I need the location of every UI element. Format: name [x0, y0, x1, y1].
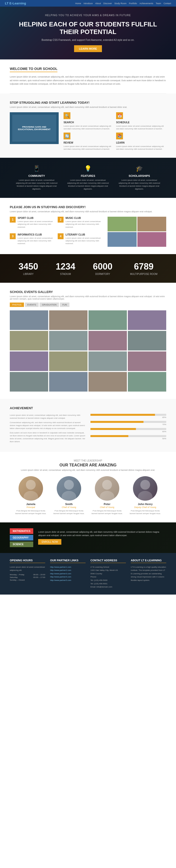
- feature-title: FEATURES: [66, 175, 110, 177]
- footer-hours-title: Opening Hours: [10, 559, 45, 563]
- learning-item-text: Lorem ipsum dolor sit amet consectetuer …: [64, 145, 114, 150]
- nav-link-about[interactable]: About: [95, 2, 101, 5]
- team-subtitle: MEET THE LEADERSHIP: [10, 459, 166, 462]
- gallery-item-3[interactable]: [89, 310, 127, 330]
- feature-text: Lorem ipsum dolor sit amet, consectetuer…: [15, 179, 59, 190]
- nav-link-introduce[interactable]: Introduce: [83, 2, 93, 5]
- nav-link-home[interactable]: Home: [75, 2, 81, 5]
- gallery-item-2[interactable]: [49, 310, 87, 330]
- team-grid: Jamela Principal Post Alingna feli felic…: [10, 476, 166, 515]
- club-text: Lorem ipsum dolor sit amet consectetuer …: [66, 220, 103, 228]
- svg-point-7: [138, 491, 152, 501]
- filter-button-graduation[interactable]: Graduation: [40, 303, 59, 307]
- stat-label: Dormitory: [93, 273, 112, 275]
- hero-heading: HELPING EACH OF OUR STUDENTS FULFILL THE…: [19, 21, 157, 36]
- svg-point-5: [100, 491, 114, 501]
- gallery-item-1[interactable]: [10, 310, 48, 330]
- club-text: Lorem ipsum dolor sit amet consectetuer …: [17, 237, 55, 245]
- nav-link-team[interactable]: Team: [156, 2, 161, 5]
- nav-link-study room[interactable]: Study Room: [114, 2, 127, 5]
- feature-icon: 📱: [15, 165, 59, 172]
- gallery-section: SCHOOL EVENTS GALLERY Lorem ipsum dolor …: [0, 283, 176, 399]
- gallery-item-7[interactable]: [89, 331, 127, 350]
- club-title: LITERARY CLUB: [66, 233, 103, 236]
- gallery-item-row2-1[interactable]: [10, 351, 48, 371]
- learning-item-text: Lorem ipsum dolor sit amet consectetuer …: [64, 125, 114, 130]
- book-geography: GEOGRAPHY: [10, 535, 33, 540]
- gallery-item-row2-4[interactable]: [128, 351, 166, 371]
- hero-description: Bootstrap CSS Framework, and support Fon…: [41, 39, 135, 41]
- nav-logo[interactable]: LT E-Learning: [5, 1, 26, 5]
- bar-pct: 60%: [162, 430, 166, 433]
- enroll-button[interactable]: ENROLL NOW: [38, 539, 61, 545]
- filter-button-fun[interactable]: Fun: [60, 303, 69, 307]
- contact-line: Email: info@domain.com: [91, 585, 126, 589]
- stat-label: Multipurpose Room: [130, 273, 157, 275]
- learning-item-icon: 🔄: [64, 132, 70, 140]
- nav-link-achievements[interactable]: Achievements: [139, 2, 153, 5]
- gallery-item-row2-6[interactable]: [49, 372, 87, 392]
- feature-item-scholarships: 🎓 SCHOLARSHIPS Lorem ipsum dolor sit ame…: [117, 165, 161, 190]
- contact-line: LT E-Learning School: [91, 565, 126, 569]
- feature-title: SCHOLARSHIPS: [117, 175, 161, 177]
- team-title: OUR TEACHER ARE AMAZING: [10, 463, 166, 467]
- contact-line: Tel: (123) 456-5001: [91, 582, 126, 586]
- member-avatar: [19, 476, 43, 501]
- svg-point-2: [64, 480, 74, 490]
- clubs-title: PLEASE JOIN US IN STUDYING AND DISCOVERY…: [10, 205, 166, 209]
- partner-link[interactable]: http://www.partner5.com: [50, 579, 85, 582]
- learning-text: Lorem ipsum dolor sit amet, consectetuer…: [10, 106, 166, 108]
- filter-button-events[interactable]: Events: [25, 303, 39, 307]
- contact-line: 5540 Country: [91, 572, 126, 576]
- member-desc: Post Alingna feli felicissque fecita lao…: [90, 509, 124, 515]
- hours-row: Sunday – Closed: [10, 579, 45, 581]
- member-desc: Post Alingna feli felicissque fecita lao…: [128, 509, 162, 515]
- nav-link-portfolio[interactable]: Portfolio: [129, 2, 137, 5]
- learning-item-title: REVIEW: [64, 142, 114, 144]
- gallery-item-row2-7[interactable]: [89, 372, 127, 392]
- gallery-item-row2-2[interactable]: [49, 351, 87, 371]
- partner-link[interactable]: http://www.partner4.com: [50, 575, 85, 579]
- gallery-item-5[interactable]: [10, 331, 48, 350]
- svg-point-1: [24, 491, 38, 501]
- learning-item-title: SEARCH: [64, 121, 114, 124]
- learning-image: PROVIDING SAFE AND EDUCATIONAL ENVIRONME…: [10, 112, 59, 144]
- nav-link-discover[interactable]: Discover: [103, 2, 112, 5]
- footer-hours: Opening Hours Lorem ipsum dolor sit amet…: [10, 559, 45, 589]
- gallery-item-row2-3[interactable]: [89, 351, 127, 371]
- bar-fill: [91, 435, 128, 437]
- partner-link[interactable]: http://www.partner2.com: [50, 569, 85, 572]
- club-number: 1: [10, 217, 15, 223]
- gallery-item-6[interactable]: [49, 331, 87, 350]
- team-member-peter: Peter Chief of Young Post Alingna feli f…: [90, 476, 124, 515]
- gallery-item-row2-5[interactable]: [10, 372, 48, 392]
- member-desc: Post Alingna feli felicissque fecita lao…: [14, 509, 48, 515]
- nav-link-contact[interactable]: Contact: [164, 2, 171, 5]
- bar-pct: 50%: [162, 438, 166, 440]
- member-title: Deputy Chief of Young: [128, 506, 162, 508]
- footer-about-title: About LT E-Learning: [131, 559, 166, 563]
- partner-link[interactable]: http://www.partner1.com: [50, 565, 85, 569]
- gallery-item-4[interactable]: [128, 310, 166, 330]
- bar-fill: [91, 428, 136, 430]
- hero-cta-button[interactable]: LEARN MORE: [74, 45, 102, 52]
- gallery-item-row2-8[interactable]: [128, 372, 166, 392]
- feature-icon: 🎓: [117, 165, 161, 172]
- svg-point-4: [102, 480, 112, 490]
- learning-title: STOP STRUGGLING AND START LEARNING TODAY…: [10, 101, 166, 104]
- achievement-bar-1: 85%: [91, 414, 166, 418]
- footer-contact-lines: LT E-Learning School1322 Oak Valley City…: [91, 565, 126, 589]
- footer-about-text: LT E-Learning is a high quality educatio…: [131, 565, 166, 582]
- filter-button-photos[interactable]: Photos: [10, 303, 24, 307]
- stat-item-library: 3450 Library: [19, 261, 38, 275]
- nav-links: HomeIntroduceAboutDiscoverStudy RoomPort…: [75, 2, 171, 5]
- club-text: Lorem ipsum dolor sit amet consectetuer …: [66, 237, 103, 245]
- learning-item-icon: 📚: [116, 132, 123, 140]
- feature-icon: 💡: [66, 165, 110, 172]
- contact-line: Phone:: [91, 575, 126, 579]
- partner-link[interactable]: http://www.partner3.com: [50, 572, 85, 576]
- member-avatar: [95, 476, 119, 501]
- club-number: 4: [58, 233, 64, 239]
- gallery-item-8[interactable]: [128, 331, 166, 350]
- stat-label: Library: [19, 273, 38, 275]
